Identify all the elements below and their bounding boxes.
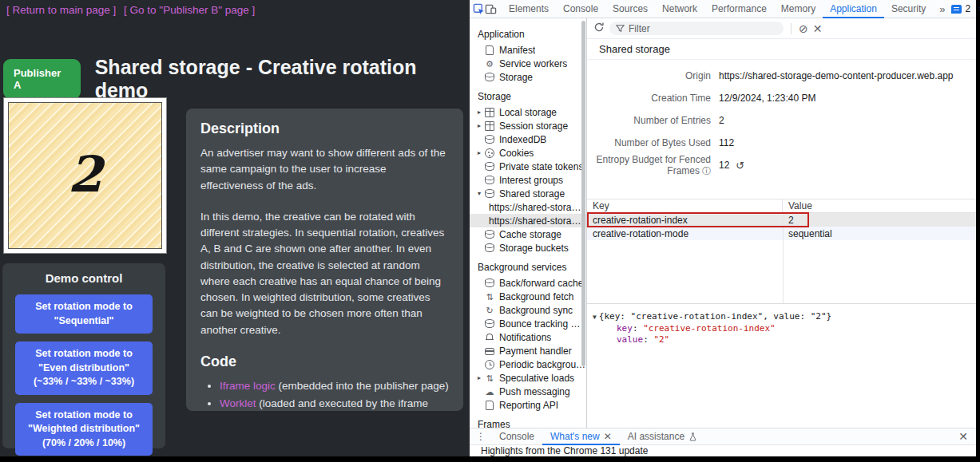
drawer-right-controls: ✕ — [958, 431, 976, 443]
sidebar-item-indexeddb[interactable]: IndexedDB — [470, 132, 586, 146]
sequential-mode-button[interactable]: Set rotation mode to "Sequential" — [15, 294, 153, 334]
filter-field[interactable] — [609, 22, 784, 35]
property-name: value — [617, 334, 643, 345]
preview-property: key: "creative-rotation-index" — [593, 323, 976, 334]
sidebar-item-label: https://shared-storage... — [489, 202, 586, 213]
tab-security[interactable]: Security — [884, 0, 933, 18]
file-icon — [486, 401, 494, 410]
even-distribution-button[interactable]: Set rotation mode to "Even distribution"… — [15, 342, 153, 395]
column-divider[interactable] — [783, 199, 784, 303]
sidebar-item-manifest[interactable]: Manifest — [470, 43, 586, 57]
sidebar-item-interest-groups[interactable]: Interest groups — [470, 173, 586, 187]
sidebar-item-label: Background fetch — [499, 291, 573, 302]
tab-application[interactable]: Application — [823, 0, 884, 18]
table-icon — [485, 121, 494, 131]
sidebar-item-shared-storage-origin-1[interactable]: https://shared-storage... — [470, 200, 586, 214]
delete-selected-icon[interactable]: ✕ — [813, 23, 823, 34]
expander-icon[interactable]: ▾ — [478, 190, 485, 197]
drawer-tab-ai-assistance[interactable]: AI assistance — [620, 428, 705, 445]
iframe-logic-link[interactable]: Iframe logic — [220, 380, 276, 392]
sidebar-item-cache-storage[interactable]: Cache storage — [470, 227, 586, 241]
reset-budget-icon[interactable]: ↺ — [736, 160, 744, 172]
field-value: https://shared-storage-demo-content-prod… — [719, 70, 954, 81]
inspect-element-icon[interactable] — [473, 0, 485, 18]
devtools-body: Application Manifest Service workers Sto… — [470, 18, 976, 428]
sidebar-item-storage[interactable]: Storage — [470, 70, 586, 84]
demo-control-panel: Demo control Set rotation mode to "Seque… — [2, 263, 165, 448]
sidebar-item-private-state-tokens[interactable]: Private state tokens — [470, 160, 586, 173]
code-links-list: Iframe logic (embedded into the publishe… — [220, 378, 449, 411]
expander-icon[interactable]: ▸ — [478, 122, 485, 129]
weighted-distribution-button[interactable]: Set rotation mode to "Weighted distribut… — [15, 403, 153, 456]
refresh-icon[interactable] — [593, 22, 605, 35]
expander-icon[interactable]: ▸ — [478, 109, 485, 116]
tab-console[interactable]: Console — [556, 0, 605, 18]
sidebar-item-local-storage[interactable]: ▸Local storage — [470, 105, 586, 119]
sidebar-item-periodic-background-sync[interactable]: Periodic backgroun... — [470, 357, 586, 371]
description-panel: Description An advertiser may want to sh… — [186, 109, 463, 411]
sidebar-item-shared-storage[interactable]: ▾Shared storage — [470, 187, 586, 200]
sidebar-item-background-fetch[interactable]: Background fetch — [470, 290, 586, 303]
sidebar-item-speculative-loads[interactable]: ▸Speculative loads — [470, 371, 586, 385]
sidebar-item-service-workers[interactable]: Service workers — [470, 57, 586, 70]
sidebar-item-storage-buckets[interactable]: Storage buckets — [470, 241, 586, 255]
sidebar-item-label: Cookies — [499, 148, 534, 159]
device-toolbar-icon[interactable] — [485, 0, 497, 18]
filter-input[interactable] — [629, 23, 777, 34]
sidebar-item-back-forward-cache[interactable]: Back/forward cache — [470, 276, 586, 290]
publisher-b-link[interactable]: [ Go to "Publisher B" page ] — [124, 4, 255, 16]
sidebar-item-reporting-api[interactable]: Reporting API — [470, 398, 586, 412]
close-tab-icon[interactable]: ✕ — [604, 428, 612, 445]
tab-network[interactable]: Network — [655, 0, 704, 18]
publisher-page: [ Return to main page ] [ Go to "Publish… — [0, 0, 470, 456]
column-header-value[interactable]: Value — [783, 200, 976, 211]
tab-elements[interactable]: Elements — [502, 0, 556, 18]
table-row[interactable]: creative-rotation-mode sequential — [587, 227, 976, 240]
preview-property: value: "2" — [593, 334, 976, 346]
worklet-link[interactable]: Worklet — [220, 397, 256, 409]
sidebar-item-bounce-tracking[interactable]: Bounce tracking miti... — [470, 317, 586, 330]
sidebar-item-payment-handler[interactable]: Payment handler — [470, 344, 586, 357]
column-header-key[interactable]: Key — [587, 199, 783, 212]
field-label: Creation Time — [587, 93, 711, 104]
drawer-tab-whats-new[interactable]: What's new ✕ — [542, 428, 620, 445]
sidebar-item-label: Reporting API — [499, 400, 558, 411]
top-nav: [ Return to main page ] [ Go to "Publish… — [6, 4, 260, 16]
close-drawer-icon[interactable]: ✕ — [958, 430, 968, 443]
issues-counter[interactable]: 2 — [951, 3, 970, 14]
ad-creative: 2 — [8, 102, 162, 249]
whats-new-headline[interactable]: Highlights from the Chrome 131 update — [481, 445, 648, 456]
drawer-kebab-menu-icon[interactable]: ⋮ — [470, 431, 491, 442]
drawer-tab-console[interactable]: Console — [491, 428, 542, 445]
sidebar-item-label: Session storage — [499, 120, 568, 132]
sidebar-item-cookies[interactable]: ▸Cookies — [470, 146, 586, 160]
info-icon[interactable]: ⓘ — [702, 166, 711, 176]
issues-icon — [951, 5, 962, 14]
application-sidebar: Application Manifest Service workers Sto… — [470, 18, 587, 428]
sidebar-item-session-storage[interactable]: ▸Session storage — [470, 119, 586, 132]
clear-all-icon[interactable]: ⊘ — [799, 23, 808, 34]
return-main-link[interactable]: [ Return to main page ] — [6, 4, 116, 16]
sidebar-item-notifications[interactable]: Notifications — [470, 330, 586, 344]
tab-sources[interactable]: Sources — [605, 0, 655, 18]
sidebar-scrollbar-thumb[interactable] — [581, 21, 585, 366]
sidebar-item-label: IndexedDB — [499, 134, 546, 145]
sidebar-item-label: Shared storage — [499, 188, 565, 199]
table-row[interactable]: creative-rotation-index 2 — [587, 213, 976, 227]
field-value: 2 — [719, 115, 724, 126]
expander-icon[interactable]: ▸ — [478, 374, 485, 381]
tab-performance[interactable]: Performance — [704, 0, 774, 18]
more-tabs-icon[interactable]: » — [933, 3, 951, 15]
demo-buttons: Set rotation mode to "Sequential" Set ro… — [2, 294, 165, 456]
expander-icon[interactable]: ▸ — [478, 149, 485, 156]
expand-toggle-icon[interactable]: ▼ — [593, 314, 597, 321]
sidebar-item-shared-storage-origin-2[interactable]: https://shared-storage... — [470, 214, 586, 227]
sidebar-item-background-sync[interactable]: Background sync — [470, 303, 586, 317]
metadata-row: Entropy Budget for Fenced Framesⓘ 12↺ — [587, 154, 976, 176]
page-title: Shared storage - Creative rotation demo — [95, 56, 470, 102]
button-line: "Even distribution" — [38, 362, 129, 373]
tab-memory[interactable]: Memory — [774, 0, 823, 18]
database-icon — [485, 278, 494, 288]
cell-value: sequential — [783, 228, 976, 239]
sidebar-item-push-messaging[interactable]: Push messaging — [470, 385, 586, 398]
